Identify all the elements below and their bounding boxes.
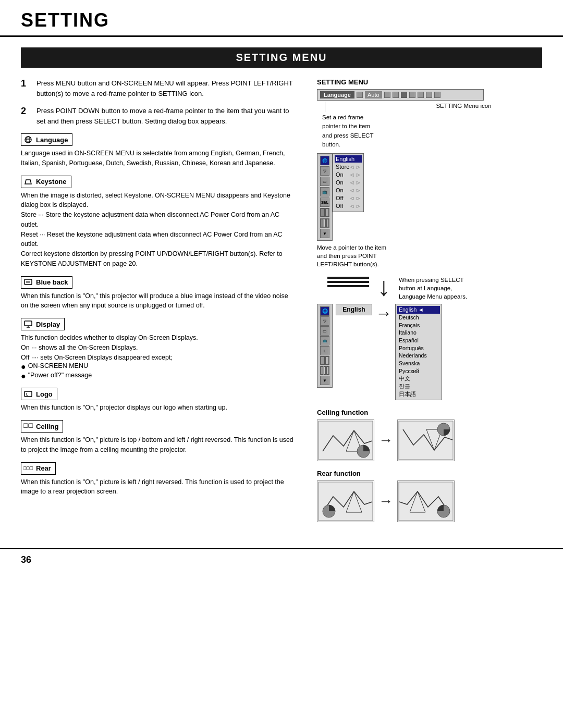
lang-item-russian: Русский <box>397 367 440 375</box>
lang-selected-display: English <box>336 304 372 315</box>
lang-vicon-6 <box>320 356 329 365</box>
step-1-number: 1 <box>21 78 31 98</box>
feature-keystone: Keystone When the image is distorted, se… <box>21 176 296 269</box>
tri-left-4: ◁ <box>349 188 354 193</box>
feature-display-text: This function decides whether to display… <box>21 333 296 343</box>
lang-panel-note: When pressing SELECTbutton at Language,L… <box>399 276 467 301</box>
setting-row-5-label: Off <box>336 195 343 201</box>
two-col-layout: 1 Press MENU button and ON-SCREEN MENU w… <box>21 78 542 522</box>
lang-vicon-7 <box>320 366 329 375</box>
tri-left-6: ◁ <box>349 203 354 208</box>
globe-icon <box>23 135 33 144</box>
feature-language-label: Language <box>21 133 72 146</box>
transition-visual: ↓ When pressing SELECTbutton at Language… <box>327 272 542 302</box>
lang-selected-text: English <box>342 306 365 313</box>
bullet-text-1: ON-SCREEN MENU <box>28 362 88 369</box>
lang-item-svenska: Svenska <box>397 360 440 367</box>
setting-row-1: Store ◁▷ <box>335 163 362 170</box>
feature-display-on: On ··· shows all the On-Screen Displays. <box>21 343 296 353</box>
vicon-down: ▼ <box>320 229 329 238</box>
keystone-icon <box>23 177 33 187</box>
tri-left-3: ◁ <box>349 180 354 185</box>
right-arrow-lang: → <box>375 304 392 323</box>
feature-display-off: Off ···· sets On-Screen Displays disappe… <box>21 353 296 363</box>
rear-before-svg <box>317 481 374 522</box>
bullet-dot-1: ● <box>21 362 26 372</box>
hline-3 <box>327 285 369 287</box>
feature-logo: L Logo When this function is "On," proje… <box>21 388 296 413</box>
lang-item-japanese: 日本語 <box>397 390 440 398</box>
setting-row-1-label: Store <box>336 164 349 170</box>
feature-display-bullet1: ● ON-SCREEN MENU <box>21 362 296 372</box>
menu-bar-icon7 <box>426 92 432 98</box>
blueback-icon <box>23 278 33 287</box>
lang-item-francais: Français <box>397 322 440 329</box>
tri-left-1: ◁ <box>349 164 354 169</box>
feature-blueback-text: When this function is "On," this project… <box>21 291 296 311</box>
feature-keystone-label: Keystone <box>21 176 71 188</box>
feature-ceiling-text: When this function is "On," picture is t… <box>21 435 296 455</box>
menu-annotation-row: Set a red framepointer to the itemand pr… <box>317 102 542 149</box>
svg-rect-17 <box>30 466 33 470</box>
svg-rect-8 <box>25 321 32 326</box>
tri-right-6: ▷ <box>356 203 361 208</box>
setting-row-4-val: ◁▷ <box>349 188 361 193</box>
vertical-icons: 🌐 ▽ ▭ 📺 38/L <box>317 153 333 241</box>
language-panel-area: 🌐 ▽ ▭ 📺 L ▼ <box>317 304 542 400</box>
lang-vicon-2: ▽ <box>320 316 329 326</box>
vicon-screen: ▭ <box>320 177 329 186</box>
lang-item-portugues: Português <box>397 344 440 352</box>
lang-vicon-down: ▼ <box>320 376 329 385</box>
setting-icon-annotation: SETTING Menu icon <box>436 102 491 149</box>
step-2-text: Press POINT DOWN button to move a red-fr… <box>36 106 296 126</box>
setting-row-2-label: On <box>336 171 344 178</box>
vicon-display: 📺 <box>320 187 329 196</box>
lang-item-english: English ◄ <box>397 306 440 314</box>
menu-language-item: Language <box>320 91 354 98</box>
setting-row-2: On ◁▷ <box>335 171 362 178</box>
setting-values-panel: 🌐 ▽ ▭ 📺 38/L <box>317 153 542 241</box>
vicon-rear <box>320 218 329 228</box>
step-2: 2 Press POINT DOWN button to move a red-… <box>21 106 296 126</box>
vicon-ceiling <box>320 208 329 217</box>
lang-item-deutsch: Deutsch <box>397 314 440 322</box>
feature-blueback: Blue back When this function is "On," th… <box>21 276 296 311</box>
feature-language-name: Language <box>36 136 68 144</box>
horizontal-lines <box>327 277 369 287</box>
vicon-logo: 38/L <box>320 198 329 207</box>
menu-bar-icon3 <box>393 92 399 98</box>
setting-row-6-val: ◁▷ <box>349 203 361 208</box>
setting-row-0: English <box>335 155 362 163</box>
lang-vicon-3: ▭ <box>320 326 329 336</box>
feature-rear: Rear When this function is "On," picture… <box>21 462 296 497</box>
vicon-keystone: ▽ <box>320 166 329 176</box>
rear-icon <box>23 464 33 473</box>
down-arrow: ↓ <box>377 272 390 302</box>
display-icon <box>23 319 33 329</box>
tri-left-2: ◁ <box>349 172 354 177</box>
ceiling-before-svg <box>317 420 374 461</box>
feature-keystone-extra: Correct keystone distortion by pressing … <box>21 249 296 269</box>
move-note: Move a pointer to the itemand then press… <box>317 243 542 268</box>
setting-row-3-label: On <box>336 179 344 186</box>
menu-bar: Language Auto <box>317 89 484 101</box>
rear-arrow: → <box>378 493 393 510</box>
setting-row-3: On ◁▷ <box>335 179 362 186</box>
svg-rect-14 <box>29 424 33 428</box>
ceiling-after-svg <box>398 420 454 461</box>
annotation-line-1 <box>325 102 325 112</box>
feature-ceiling-name: Ceiling <box>36 423 58 430</box>
feature-logo-label: L Logo <box>21 388 57 400</box>
rear-after-box <box>397 480 455 522</box>
menu-auto-item: Auto <box>365 91 382 98</box>
setting-value-list: English Store ◁▷ On ◁▷ On <box>333 153 364 212</box>
setting-icon-text: SETTING Menu icon <box>436 102 491 110</box>
vicon-globe: 🌐 <box>320 156 329 165</box>
feature-blueback-name: Blue back <box>36 278 68 286</box>
right-column: SETTING MENU Language Auto <box>312 78 542 522</box>
setting-row-2-val: ◁▷ <box>349 172 361 177</box>
feature-display-bullet2: ● "Power off?" message <box>21 372 296 381</box>
menu-bar-icon6 <box>418 92 424 98</box>
setting-row-4: On ◁▷ <box>335 187 362 194</box>
bullet-dot-2: ● <box>21 372 26 381</box>
